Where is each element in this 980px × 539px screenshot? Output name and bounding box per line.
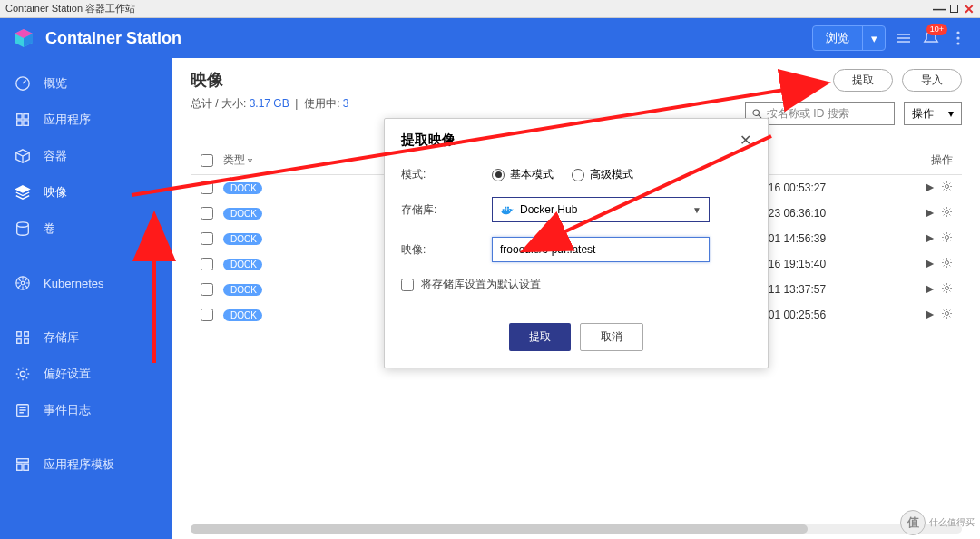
layers-icon (15, 184, 31, 201)
operations-dropdown[interactable]: 操作 ▾ (904, 102, 962, 125)
row-checkbox[interactable] (201, 258, 213, 270)
gear-icon (15, 366, 31, 382)
play-icon[interactable]: ▶ (926, 206, 934, 220)
sidebar-item-templates[interactable]: 应用程序模板 (0, 446, 172, 483)
modal-submit-button[interactable]: 提取 (509, 323, 571, 351)
default-repo-checkbox[interactable] (401, 279, 414, 291)
row-checkbox[interactable] (201, 207, 213, 220)
svg-point-28 (946, 236, 949, 240)
row-checkbox[interactable] (201, 283, 213, 296)
play-icon[interactable]: ▶ (926, 308, 934, 322)
summary-used-label: 使用中: (304, 97, 343, 110)
sidebar-item-volumes[interactable]: 卷 (0, 211, 172, 247)
play-icon[interactable]: ▶ (926, 257, 934, 271)
sidebar-item-label: 容器 (44, 148, 67, 164)
svg-rect-9 (17, 121, 22, 125)
mode-basic-label: 基本模式 (510, 167, 554, 182)
row-gear-icon[interactable] (941, 181, 953, 195)
svg-point-25 (753, 109, 760, 115)
image-name-input[interactable] (492, 237, 710, 262)
play-icon[interactable]: ▶ (926, 181, 934, 195)
type-badge: DOCK (223, 208, 262, 220)
repository-select[interactable]: Docker Hub ▼ (492, 197, 710, 222)
type-badge: DOCK (223, 309, 262, 321)
repository-value: Docker Hub (520, 203, 577, 216)
tiles-icon (15, 329, 31, 346)
select-all-checkbox[interactable] (201, 154, 213, 167)
app-header: Container Station 浏览 ▾ 10+ (0, 18, 980, 58)
sidebar: 概览 应用程序 容器 映像 卷 Kubernetes 存储库 (0, 58, 172, 539)
sidebar-item-kubernetes[interactable]: Kubernetes (0, 265, 172, 301)
radio-off-icon (572, 169, 584, 181)
pull-button[interactable]: 提取 (833, 69, 893, 92)
play-icon[interactable]: ▶ (926, 231, 934, 246)
cube-icon (15, 148, 31, 164)
browse-label: 浏览 (813, 25, 863, 51)
sidebar-item-images[interactable]: 映像 (0, 174, 172, 211)
filter-icon: ▿ (248, 155, 252, 165)
browse-dropdown-button[interactable]: 浏览 ▾ (812, 25, 886, 51)
database-icon (15, 220, 31, 237)
row-gear-icon[interactable] (941, 231, 953, 246)
horizontal-scrollbar[interactable] (191, 524, 962, 534)
svg-point-15 (21, 281, 24, 285)
row-gear-icon[interactable] (941, 308, 953, 322)
svg-point-27 (946, 211, 949, 214)
sidebar-item-label: 偏好设置 (44, 366, 91, 382)
sidebar-item-label: Kubernetes (44, 277, 104, 290)
row-checkbox[interactable] (201, 232, 213, 245)
sidebar-item-label: 存储库 (44, 329, 79, 346)
maximize-button[interactable] (950, 5, 958, 13)
summary-total-value: 3.17 GB (250, 97, 289, 110)
svg-point-30 (946, 287, 949, 290)
helm-icon (15, 275, 31, 291)
app-logo-icon (13, 27, 34, 49)
svg-rect-24 (24, 464, 28, 470)
sidebar-item-overview[interactable]: 概览 (0, 65, 172, 102)
radio-on-icon (492, 169, 505, 181)
row-gear-icon[interactable] (941, 206, 953, 220)
mode-basic-radio[interactable]: 基本模式 (492, 167, 554, 182)
svg-point-13 (17, 222, 29, 227)
mode-label: 模式: (401, 167, 492, 182)
summary-used-value: 3 (343, 97, 349, 110)
column-type[interactable]: 类型 ▿ (223, 152, 278, 168)
more-menu-icon[interactable] (949, 29, 967, 47)
modal-cancel-button[interactable]: 取消 (580, 323, 643, 351)
operations-label: 操作 (912, 106, 934, 122)
sidebar-item-eventlog[interactable]: 事件日志 (0, 392, 172, 428)
stack-icon[interactable] (895, 29, 913, 47)
watermark-badge: 值 (900, 510, 926, 535)
repo-label: 存储库: (401, 202, 492, 218)
mode-advanced-radio[interactable]: 高级模式 (572, 167, 633, 182)
docker-icon (500, 204, 514, 215)
svg-rect-19 (24, 339, 29, 344)
close-icon[interactable]: ✕ (740, 132, 751, 149)
svg-rect-8 (24, 114, 28, 119)
svg-point-20 (20, 371, 24, 376)
row-gear-icon[interactable] (941, 257, 953, 271)
watermark-text: 什么值得买 (929, 516, 975, 529)
summary-total-label: 总计 / 大小: (191, 97, 250, 110)
sidebar-item-containers[interactable]: 容器 (0, 138, 172, 174)
play-icon[interactable]: ▶ (926, 282, 934, 297)
row-checkbox[interactable] (201, 181, 213, 194)
notifications-icon[interactable]: 10+ (922, 29, 940, 47)
pull-image-modal: 提取映像 ✕ 模式: 基本模式 高级模式 存储库: (384, 118, 769, 368)
sidebar-item-apps[interactable]: 应用程序 (0, 102, 172, 138)
sidebar-item-repos[interactable]: 存储库 (0, 319, 172, 356)
minimize-button[interactable]: — (934, 4, 945, 15)
log-icon (15, 402, 31, 418)
close-button[interactable]: ✕ (964, 4, 975, 15)
svg-point-3 (956, 31, 959, 34)
os-titlebar: Container Station 容器工作站 — ✕ (0, 0, 980, 18)
import-button[interactable]: 导入 (902, 69, 962, 92)
svg-marker-12 (16, 186, 29, 192)
svg-point-4 (956, 36, 959, 39)
default-repo-label: 将存储库设置为默认设置 (421, 277, 541, 292)
row-gear-icon[interactable] (941, 282, 953, 297)
sidebar-item-label: 概览 (44, 75, 67, 92)
sidebar-item-preferences[interactable]: 偏好设置 (0, 356, 172, 392)
svg-rect-23 (17, 464, 22, 470)
row-checkbox[interactable] (201, 309, 213, 321)
